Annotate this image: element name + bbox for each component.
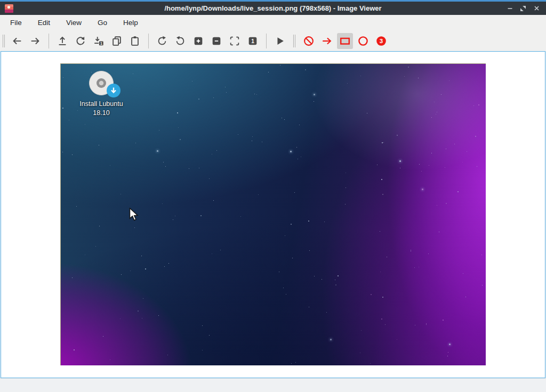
image-canvas[interactable]: Install Lubuntu 18.10 <box>1 51 545 378</box>
slideshow-play-button[interactable] <box>272 33 288 49</box>
number-annotation-icon: 3 <box>375 35 387 47</box>
maximize-button[interactable] <box>519 4 527 13</box>
reload-button[interactable] <box>73 33 89 49</box>
reload-icon <box>75 35 86 47</box>
menu-view[interactable]: View <box>60 17 87 29</box>
arrow-left-icon <box>11 35 23 47</box>
play-icon <box>274 35 286 47</box>
zoom-in-icon <box>192 35 204 47</box>
cursor-arrow <box>129 208 140 222</box>
toolbar-separator <box>148 34 149 48</box>
rotate-ccw-icon <box>174 35 186 47</box>
rectangle-annotation-icon <box>339 35 351 47</box>
annotation-number-button[interactable]: 3 <box>373 33 389 49</box>
viewed-image[interactable]: Install Lubuntu 18.10 <box>60 63 486 365</box>
maximize-icon <box>520 5 526 12</box>
annotation-number-value: 3 <box>380 38 383 44</box>
zoom-out-icon <box>211 35 222 47</box>
toolbar-drag-handle[interactable] <box>2 35 6 47</box>
window-title: /home/lynp/Downloads/live_session.png (7… <box>0 4 546 12</box>
copy-button[interactable] <box>109 33 125 49</box>
window-controls <box>505 4 546 13</box>
save-numbered-icon: 1 <box>93 35 105 47</box>
next-file-button[interactable] <box>27 33 43 49</box>
arrow-right-icon <box>29 35 41 47</box>
titlebar[interactable]: /home/lynp/Downloads/live_session.png (7… <box>0 0 546 15</box>
close-button[interactable] <box>532 4 541 13</box>
original-size-number: 1 <box>251 38 254 44</box>
rotate-cw-icon <box>156 35 168 47</box>
zoom-out-button[interactable] <box>208 33 224 49</box>
no-annotation-icon <box>303 35 315 47</box>
annotation-circle-button[interactable] <box>355 33 371 49</box>
paste-button[interactable] <box>127 33 143 49</box>
upload-button[interactable] <box>54 33 70 49</box>
save-badge-number: 1 <box>100 41 102 45</box>
desktop-icon-label: Install Lubuntu 18.10 <box>64 100 139 118</box>
menubar: File Edit View Go Help <box>0 15 546 30</box>
save-as-numbered-button[interactable]: 1 <box>91 33 107 49</box>
menu-file[interactable]: File <box>4 17 28 29</box>
menu-edit[interactable]: Edit <box>32 17 56 29</box>
toolbar-separator <box>49 34 49 48</box>
menu-go[interactable]: Go <box>92 17 113 29</box>
install-lubuntu-desktop-icon: Install Lubuntu 18.10 <box>64 70 139 118</box>
zoom-in-button[interactable] <box>190 33 206 49</box>
close-icon <box>534 5 540 11</box>
original-size-button[interactable]: 1 <box>245 33 261 49</box>
paste-icon <box>129 35 141 47</box>
toolbar-separator <box>266 34 267 48</box>
fit-window-icon <box>229 35 240 47</box>
minimize-button[interactable] <box>505 4 514 13</box>
original-size-icon: 1 <box>247 35 259 47</box>
circle-annotation-icon <box>357 35 369 47</box>
previous-file-button[interactable] <box>9 33 25 49</box>
rotate-clockwise-button[interactable] <box>154 33 170 49</box>
minimize-icon <box>507 5 513 11</box>
fit-window-button[interactable] <box>227 33 243 49</box>
rotate-counterclockwise-button[interactable] <box>172 33 188 49</box>
app-icon <box>5 4 13 13</box>
annotation-rectangle-button[interactable] <box>337 33 353 49</box>
copy-icon <box>111 35 123 47</box>
toolbar: 1 <box>0 30 546 51</box>
menu-help[interactable]: Help <box>117 17 144 29</box>
upload-icon <box>57 35 68 47</box>
toolbar-drag-handle[interactable] <box>292 35 296 47</box>
arrow-annotation-icon <box>321 35 333 47</box>
annotation-none-button[interactable] <box>301 33 317 49</box>
download-badge-icon <box>107 84 121 97</box>
status-bar <box>0 378 546 392</box>
annotation-arrow-button[interactable] <box>319 33 335 49</box>
